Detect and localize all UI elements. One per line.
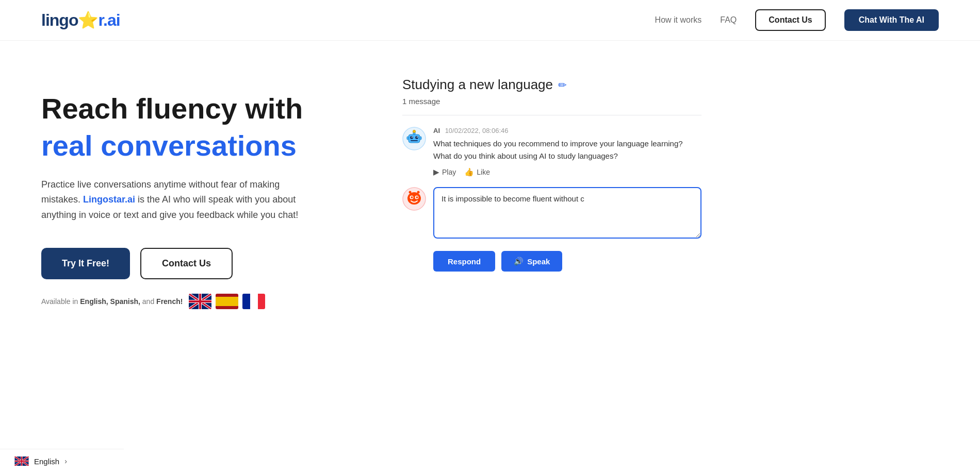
svg-point-34 bbox=[417, 191, 420, 194]
chat-title-row: Studying a new language ✏ bbox=[402, 77, 701, 93]
logo[interactable]: lingo⭐r.ai bbox=[41, 10, 120, 30]
nav-links: How it works FAQ Contact Us Chat With Th… bbox=[655, 9, 939, 31]
main-content: Reach fluency with real conversations Pr… bbox=[0, 41, 980, 330]
try-free-button[interactable]: Try It Free! bbox=[41, 248, 130, 279]
svg-point-30 bbox=[416, 196, 418, 198]
svg-point-32 bbox=[409, 191, 412, 194]
nav-how-it-works[interactable]: How it works bbox=[655, 15, 702, 25]
svg-rect-20 bbox=[411, 140, 418, 141]
footer-flag-icon bbox=[14, 457, 29, 466]
play-icon: ▶ bbox=[433, 167, 439, 177]
svg-rect-13 bbox=[242, 294, 250, 309]
ai-avatar bbox=[402, 127, 426, 150]
chat-message-count: 1 message bbox=[402, 97, 701, 106]
svg-rect-8 bbox=[199, 294, 201, 309]
flag-spain bbox=[216, 294, 238, 309]
chat-action-buttons: Respond 🔊 Speak bbox=[433, 251, 701, 272]
hero-description: Practice live conversations anytime with… bbox=[41, 177, 320, 223]
ai-message-text: What techniques do you recommend to impr… bbox=[433, 138, 701, 162]
svg-rect-43 bbox=[21, 457, 22, 466]
speak-button[interactable]: 🔊 Speak bbox=[501, 251, 562, 272]
speaker-icon: 🔊 bbox=[514, 257, 524, 266]
flags-row bbox=[189, 294, 265, 309]
footer-language-switcher[interactable]: English › bbox=[0, 449, 124, 473]
footer-chevron-icon: › bbox=[64, 457, 67, 465]
navbar: lingo⭐r.ai How it works FAQ Contact Us C… bbox=[0, 0, 980, 41]
speak-label: Speak bbox=[527, 257, 550, 266]
flag-uk bbox=[189, 294, 211, 309]
svg-point-29 bbox=[411, 196, 413, 198]
like-icon: 👍 bbox=[464, 167, 474, 177]
svg-rect-24 bbox=[420, 137, 421, 140]
ai-message-row: AI 10/02/2022, 08:06:46 What techniques … bbox=[402, 127, 701, 177]
ai-message-meta: AI 10/02/2022, 08:06:46 bbox=[433, 127, 701, 134]
ai-message-content: AI 10/02/2022, 08:06:46 What techniques … bbox=[433, 127, 701, 177]
hero-title-line2: real conversations bbox=[41, 129, 361, 162]
hero-title-line1: Reach fluency with bbox=[41, 92, 361, 125]
user-avatar bbox=[402, 187, 426, 211]
play-button[interactable]: ▶ Play bbox=[433, 167, 456, 177]
nav-faq[interactable]: FAQ bbox=[720, 15, 737, 25]
chat-title: Studying a new language bbox=[402, 77, 553, 93]
svg-rect-23 bbox=[407, 137, 409, 140]
ai-message-actions: ▶ Play 👍 Like bbox=[433, 167, 701, 177]
chat-divider bbox=[402, 115, 701, 115]
hero-section: Reach fluency with real conversations Pr… bbox=[41, 72, 361, 309]
hero-buttons: Try It Free! Contact Us bbox=[41, 248, 361, 279]
contact-us-button[interactable]: Contact Us bbox=[140, 248, 233, 279]
ai-timestamp: 10/02/2022, 08:06:46 bbox=[445, 127, 509, 134]
respond-button[interactable]: Respond bbox=[433, 251, 495, 272]
nav-chat-button[interactable]: Chat With The AI bbox=[844, 9, 939, 31]
like-label: Like bbox=[477, 168, 490, 176]
play-label: Play bbox=[442, 168, 456, 176]
svg-point-22 bbox=[413, 130, 416, 133]
user-input-box[interactable]: It is impossible to become fluent withou… bbox=[433, 187, 701, 241]
svg-point-19 bbox=[417, 137, 418, 138]
ai-sender-label: AI bbox=[433, 127, 440, 134]
svg-point-16 bbox=[410, 136, 413, 139]
footer-lang-label: English bbox=[34, 457, 59, 466]
svg-rect-15 bbox=[409, 134, 420, 143]
svg-point-17 bbox=[415, 136, 418, 139]
chat-panel: Studying a new language ✏ 1 message bbox=[402, 72, 701, 309]
svg-rect-10 bbox=[216, 297, 238, 306]
chat-input[interactable]: It is impossible to become fluent withou… bbox=[433, 187, 701, 239]
nav-contact-button[interactable]: Contact Us bbox=[755, 9, 825, 31]
user-message-row: It is impossible to become fluent withou… bbox=[402, 187, 701, 241]
svg-point-18 bbox=[412, 137, 413, 138]
brand-link[interactable]: Lingostar.ai bbox=[83, 194, 135, 205]
available-languages: Available in English, Spanish, and Frenc… bbox=[41, 294, 361, 309]
like-button[interactable]: 👍 Like bbox=[464, 167, 490, 177]
edit-icon[interactable]: ✏ bbox=[558, 79, 567, 91]
flag-france bbox=[242, 294, 265, 309]
